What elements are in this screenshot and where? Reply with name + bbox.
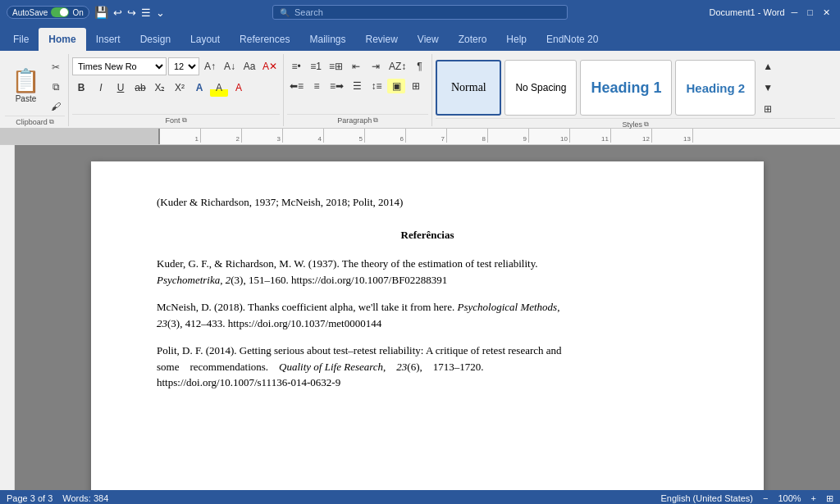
autosave-label: AutoSave: [12, 8, 48, 17]
multilevel-list-button[interactable]: ≡⊞: [326, 57, 345, 75]
align-left-button[interactable]: ⬅≡: [287, 77, 306, 95]
styles-expand[interactable]: ⊞: [759, 100, 777, 118]
styles-scroll-down[interactable]: ▼: [759, 79, 777, 97]
ruler-tick-13: 13: [652, 129, 693, 143]
sort-button[interactable]: AZ↕: [386, 57, 409, 75]
italic-button[interactable]: I: [92, 79, 110, 97]
underline-button[interactable]: U: [112, 79, 130, 97]
search-bar[interactable]: 🔍 Search: [272, 5, 568, 20]
doc-title: Document1 - Word: [709, 7, 784, 17]
customize-icon[interactable]: ⌄: [156, 7, 165, 19]
numbering-button[interactable]: ≡1: [307, 57, 325, 75]
tab-mailings[interactable]: Mailings: [299, 28, 355, 51]
autosave-knob: [60, 8, 68, 16]
font-size-select[interactable]: 12: [168, 57, 199, 75]
ruler-tick-4: 4: [283, 129, 324, 143]
ref-entry-2-line1: McNeish, D. (2018). Thanks coefficient a…: [157, 299, 698, 316]
autosave-badge[interactable]: AutoSave On: [7, 6, 89, 19]
window-restore[interactable]: □: [804, 7, 816, 17]
tab-review[interactable]: Review: [355, 28, 407, 51]
undo-icon[interactable]: ↩: [113, 7, 122, 19]
clipboard-expander[interactable]: ⧉: [49, 118, 54, 126]
font-name-select[interactable]: Times New Ro: [72, 57, 167, 75]
tab-design[interactable]: Design: [130, 28, 180, 51]
styles-label: Styles ⧉: [436, 118, 835, 129]
style-nospacing-box[interactable]: No Spacing: [504, 60, 577, 116]
style-heading2-box[interactable]: Heading 2: [675, 60, 756, 116]
title-bar-right: Document1 - Word ─ □ ✕: [709, 7, 833, 18]
strikethrough-button[interactable]: ab: [131, 79, 149, 97]
window-close[interactable]: ✕: [819, 7, 833, 18]
paste-label: Paste: [16, 94, 37, 103]
highlight-button[interactable]: A: [210, 79, 228, 97]
style-heading2-text: Heading 2: [686, 81, 745, 95]
style-heading1-box[interactable]: Heading 1: [580, 60, 672, 116]
window-minimize[interactable]: ─: [788, 7, 801, 17]
ref-entry-1-vol: 2: [226, 274, 231, 286]
superscript-button[interactable]: X²: [171, 79, 189, 97]
bold-button[interactable]: B: [72, 79, 90, 97]
status-bar: Page 3 of 3 Words: 384 English (United S…: [0, 490, 840, 504]
style-normal-box[interactable]: Normal: [436, 60, 501, 116]
cut-button[interactable]: ✂: [47, 58, 65, 76]
shading-button[interactable]: ▣: [387, 79, 405, 93]
ruler-tick-6: 6: [365, 129, 406, 143]
increase-indent-button[interactable]: ⇥: [367, 57, 385, 75]
tab-file[interactable]: File: [3, 28, 39, 51]
tab-insert[interactable]: Insert: [86, 28, 130, 51]
paste-icon: 📋: [11, 70, 40, 93]
ruler-tick-3: 3: [242, 129, 283, 143]
ribbon-tabs: File Home Insert Design Layout Reference…: [0, 25, 840, 51]
autosave-toggle[interactable]: [51, 7, 69, 17]
show-marks-button[interactable]: ¶: [410, 57, 428, 75]
ruler-tick-12: 12: [611, 129, 652, 143]
decrease-font-button[interactable]: A↓: [221, 57, 239, 75]
borders-button[interactable]: ⊞: [407, 77, 425, 95]
bullets-button[interactable]: ≡•: [287, 57, 305, 75]
styles-expander[interactable]: ⧉: [644, 120, 649, 129]
paste-button[interactable]: 📋 Paste: [5, 57, 47, 116]
font-expander[interactable]: ⧉: [182, 116, 187, 125]
language: English (United States): [660, 493, 753, 503]
tab-references[interactable]: References: [230, 28, 299, 51]
citation-line: (Kuder & Richardson, 1937; McNeish, 2018…: [157, 194, 698, 211]
ref-entry-3-line1: Polit, D. F. (2014). Getting serious abo…: [157, 343, 698, 359]
justify-button[interactable]: ☰: [348, 77, 366, 95]
styles-scroll-up[interactable]: ▲: [759, 57, 777, 75]
page[interactable]: (Kuder & Richardson, 1937; McNeish, 2018…: [91, 161, 764, 490]
tab-layout[interactable]: Layout: [180, 28, 230, 51]
tab-zotero[interactable]: Zotero: [449, 28, 497, 51]
tab-help[interactable]: Help: [496, 28, 536, 51]
font-color-button[interactable]: A: [230, 79, 248, 97]
text-effects-button[interactable]: A: [190, 79, 208, 97]
format-painter-button[interactable]: 🖌: [47, 98, 65, 116]
font-controls-row1: Times New Ro 12 A↑ A↓ Aa A✕: [72, 57, 280, 75]
zoom-in-icon[interactable]: +: [811, 493, 816, 503]
ribbon-body: 📋 Paste ✂ ⧉ 🖌 Clipboard ⧉ Times New Ro: [0, 51, 840, 129]
menu-icon[interactable]: ☰: [141, 7, 151, 19]
ruler-tick-5: 5: [324, 129, 365, 143]
tab-view[interactable]: View: [408, 28, 449, 51]
references-title: Referências: [401, 229, 454, 241]
zoom-out-icon[interactable]: −: [763, 493, 768, 503]
references-heading: Referências: [157, 227, 698, 243]
tab-home[interactable]: Home: [39, 28, 85, 51]
decrease-indent-button[interactable]: ⇤: [347, 57, 365, 75]
subscript-button[interactable]: X₂: [151, 79, 169, 97]
line-spacing-button[interactable]: ↕≡: [368, 77, 386, 95]
align-center-button[interactable]: ≡: [308, 77, 326, 95]
align-right-button[interactable]: ≡➡: [327, 77, 346, 95]
clear-format-button[interactable]: A✕: [260, 57, 280, 75]
ref-entry-2-italic: Psychological Methods: [457, 301, 557, 313]
copy-button[interactable]: ⧉: [47, 78, 65, 96]
document-area: (Kuder & Richardson, 1937; McNeish, 2018…: [0, 145, 840, 490]
save-icon[interactable]: 💾: [94, 6, 108, 19]
ref-entry-1-italic: Psychometrika: [157, 274, 220, 286]
increase-font-button[interactable]: A↑: [201, 57, 219, 75]
tab-endnote[interactable]: EndNote 20: [536, 28, 608, 51]
change-case-button[interactable]: Aa: [240, 57, 258, 75]
view-mode-icon[interactable]: ⊞: [826, 493, 833, 504]
page-area[interactable]: (Kuder & Richardson, 1937; McNeish, 2018…: [15, 145, 840, 490]
redo-icon[interactable]: ↪: [127, 7, 136, 19]
paragraph-expander[interactable]: ⧉: [373, 116, 378, 125]
